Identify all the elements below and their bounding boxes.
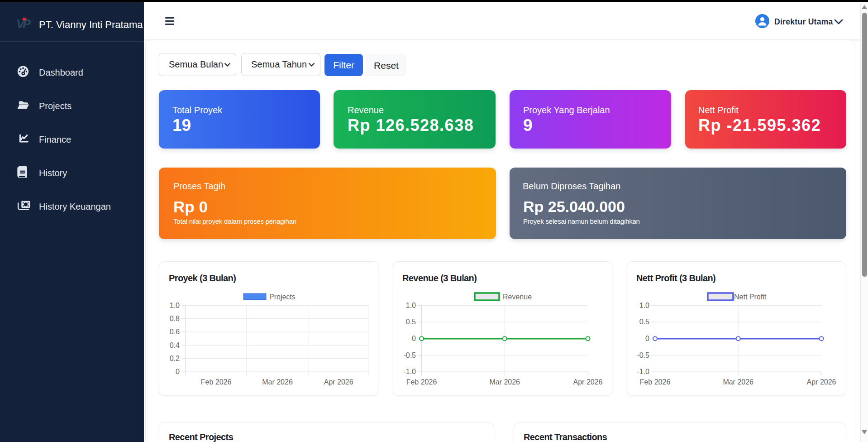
svg-text:Revenue: Revenue bbox=[503, 293, 532, 301]
svg-text:0: 0 bbox=[412, 335, 416, 342]
svg-text:Nett Profit: Nett Profit bbox=[734, 293, 767, 301]
svg-text:Feb 2026: Feb 2026 bbox=[406, 378, 437, 386]
svg-text:0: 0 bbox=[176, 368, 180, 375]
svg-text:0.5: 0.5 bbox=[639, 318, 649, 326]
svg-text:Projects: Projects bbox=[269, 293, 296, 301]
svg-text:0.6: 0.6 bbox=[170, 328, 180, 336]
svg-text:-1.0: -1.0 bbox=[403, 368, 416, 375]
svg-text:0.8: 0.8 bbox=[170, 315, 180, 322]
svg-text:0.2: 0.2 bbox=[170, 355, 180, 362]
svg-text:1.0: 1.0 bbox=[170, 302, 180, 309]
svg-text:Apr 2026: Apr 2026 bbox=[324, 378, 353, 386]
svg-text:Mar 2026: Mar 2026 bbox=[262, 378, 293, 386]
svg-text:Apr 2026: Apr 2026 bbox=[807, 378, 836, 386]
svg-text:0: 0 bbox=[645, 335, 649, 342]
svg-text:-0.5: -0.5 bbox=[403, 351, 416, 359]
svg-text:Feb 2026: Feb 2026 bbox=[640, 378, 671, 386]
svg-text:Mar 2026: Mar 2026 bbox=[723, 378, 754, 386]
svg-text:-0.5: -0.5 bbox=[637, 351, 649, 359]
svg-text:0.5: 0.5 bbox=[406, 318, 416, 326]
svg-text:Mar 2026: Mar 2026 bbox=[489, 378, 520, 386]
svg-text:Feb 2026: Feb 2026 bbox=[201, 378, 232, 386]
svg-text:Apr 2026: Apr 2026 bbox=[573, 378, 603, 386]
svg-text:0.4: 0.4 bbox=[170, 341, 180, 349]
svg-text:-1.0: -1.0 bbox=[637, 368, 649, 375]
svg-text:1.0: 1.0 bbox=[406, 302, 416, 309]
svg-text:1.0: 1.0 bbox=[639, 302, 649, 309]
